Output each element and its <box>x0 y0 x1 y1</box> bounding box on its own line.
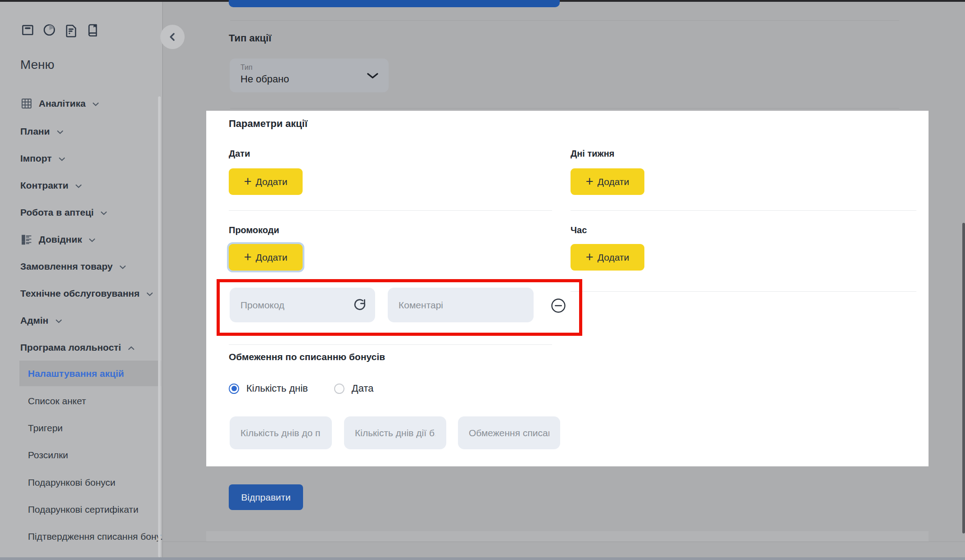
footer-panel-edge <box>206 531 929 542</box>
sidebar-item-analytics[interactable]: Аналітика <box>20 96 99 111</box>
select-label: Тип <box>240 63 253 72</box>
add-weekday-button[interactable]: + Додати <box>571 168 644 195</box>
refresh-icon[interactable] <box>353 298 367 312</box>
add-button-label: Додати <box>256 176 288 187</box>
sidebar-item-label: Адмін <box>20 315 49 326</box>
pie-chart-icon[interactable] <box>42 22 57 38</box>
radio-days-label[interactable]: Кількість днів <box>246 383 308 394</box>
column-divider <box>229 210 552 211</box>
sidebar-item-label: Програма лояльності <box>20 342 121 353</box>
chevron-down-icon <box>100 211 107 216</box>
add-time-button[interactable]: + Додати <box>571 244 644 271</box>
sidebar: Меню Аналітика Плани Імпорт <box>0 2 163 557</box>
sidebar-item-label: Замовлення товару <box>20 261 113 272</box>
chevron-left-icon <box>168 32 177 42</box>
sidebar-item-label: Імпорт <box>20 153 52 164</box>
add-button-label: Додати <box>598 252 630 263</box>
sidebar-subitem-gift-certificates[interactable]: Подарункові сертифікати <box>28 502 138 517</box>
chevron-up-icon <box>128 346 135 351</box>
promo-type-heading: Тип акції <box>229 32 272 44</box>
sidebar-item-label: Аналітика <box>39 98 86 109</box>
window-bottom-edge <box>0 557 965 560</box>
sidebar-item-loyalty-program[interactable]: Програма лояльності <box>20 340 135 355</box>
bonus-validity-days-field-wrap <box>344 416 446 449</box>
radio-date[interactable] <box>334 384 344 394</box>
radio-days[interactable] <box>229 384 239 394</box>
section-divider <box>230 20 899 21</box>
column-divider <box>571 210 916 211</box>
promo-parameters-card: Параметри акції Дати + Додати Дні тижня … <box>206 111 929 466</box>
promocode-field-wrap <box>230 288 375 322</box>
radio-date-label[interactable]: Дата <box>352 383 374 394</box>
sidebar-item-plans[interactable]: Плани <box>20 124 63 139</box>
comments-field-wrap <box>388 288 534 322</box>
chevron-down-icon <box>367 72 379 80</box>
sidebar-item-pharmacy-work[interactable]: Робота в аптеці <box>20 205 107 220</box>
sidebar-item-label: Контракти <box>20 180 68 191</box>
sidebar-item-goods-order[interactable]: Замовлення товару <box>20 259 126 274</box>
comments-input[interactable] <box>388 288 534 322</box>
sidebar-item-label: Плани <box>20 126 50 137</box>
footer-divider <box>163 542 965 542</box>
restriction-mode-radio-group: Кількість днів Дата <box>229 383 373 394</box>
days-before-input[interactable] <box>230 416 332 449</box>
sidebar-item-import[interactable]: Імпорт <box>20 151 65 166</box>
sidebar-item-label: Технічне обслуговування <box>20 288 140 299</box>
promo-type-select[interactable]: Тип Не обрано <box>230 59 389 92</box>
sidebar-scrollbar-thumb[interactable] <box>158 96 161 557</box>
sidebar-menu-title: Меню <box>20 58 54 72</box>
chevron-down-icon <box>55 319 62 324</box>
sidebar-collapse-button[interactable] <box>160 25 185 49</box>
select-value: Не обрано <box>240 73 289 85</box>
writeoff-limit-field-wrap <box>458 416 560 449</box>
bonus-validity-days-input[interactable] <box>344 416 446 449</box>
days-before-field-wrap <box>230 416 332 449</box>
chevron-down-icon <box>57 130 63 135</box>
sidebar-subitem-gift-bonuses[interactable]: Подарункові бонуси <box>28 475 115 490</box>
sidebar-subitem-bonus-writeoff-confirm[interactable]: Підтвердження списання бону... <box>28 529 163 544</box>
chevron-down-icon <box>89 238 95 243</box>
add-date-button[interactable]: + Додати <box>229 168 303 195</box>
dates-label: Дати <box>229 149 250 159</box>
writeoff-limit-input[interactable] <box>458 416 560 449</box>
document-icon[interactable] <box>63 22 78 38</box>
section-divider <box>230 108 899 108</box>
list-rows-icon <box>20 233 33 246</box>
chevron-down-icon <box>59 157 65 162</box>
app-root: Меню Аналітика Плани Імпорт <box>0 0 965 560</box>
add-promocode-button[interactable]: + Додати <box>229 244 303 271</box>
sidebar-item-contracts[interactable]: Контракти <box>20 178 82 193</box>
time-label: Час <box>571 225 587 235</box>
column-divider <box>229 344 552 345</box>
table-grid-icon <box>20 97 33 110</box>
sidebar-subitem-triggers[interactable]: Тригери <box>28 421 63 435</box>
restrictions-heading: Обмеження по списанню бонусів <box>229 352 385 362</box>
chevron-down-icon <box>75 184 82 189</box>
add-button-label: Додати <box>256 252 288 263</box>
sidebar-subitem-questionnaires[interactable]: Список анкет <box>28 394 86 408</box>
column-divider <box>571 291 916 292</box>
submit-button[interactable]: Відправити <box>229 484 303 510</box>
chevron-down-icon <box>119 265 126 270</box>
sidebar-subitem-mailings[interactable]: Розсилки <box>28 448 68 462</box>
sidebar-item-label: Робота в аптеці <box>20 207 94 218</box>
page-scrollbar-thumb[interactable] <box>962 223 965 533</box>
chevron-down-icon <box>92 102 99 107</box>
weekdays-label: Дні тижня <box>571 149 614 159</box>
promocodes-label: Промокоди <box>229 225 279 235</box>
primary-action-button-clipped[interactable] <box>229 0 560 7</box>
archive-box-icon[interactable] <box>20 22 35 38</box>
book-icon[interactable] <box>85 22 100 38</box>
params-heading: Параметри акції <box>229 118 308 130</box>
sidebar-item-directory[interactable]: Довідник <box>20 232 95 247</box>
add-button-label: Додати <box>598 176 630 187</box>
sidebar-subitem-promo-settings[interactable]: Налаштування акцій <box>28 366 124 381</box>
chevron-down-icon <box>146 292 153 297</box>
sidebar-item-label: Довідник <box>39 234 82 245</box>
sidebar-item-maintenance[interactable]: Технічне обслуговування <box>20 286 153 301</box>
remove-row-icon[interactable] <box>551 298 566 313</box>
sidebar-item-admin[interactable]: Адмін <box>20 313 62 328</box>
